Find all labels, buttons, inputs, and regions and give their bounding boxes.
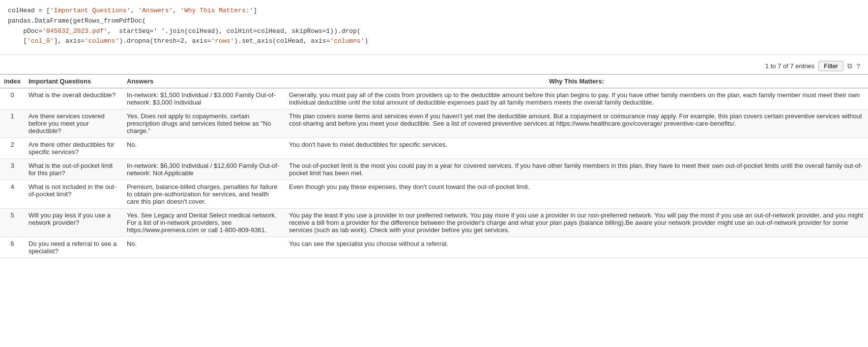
table-row: 6Do you need a referral to see a special…	[0, 237, 868, 258]
cell-index: 6	[0, 237, 25, 258]
cell-question: Are there other deductibles for specific…	[25, 138, 123, 159]
cell-index: 5	[0, 209, 25, 237]
copy-icon[interactable]: ⧉	[847, 62, 852, 70]
entries-info: 1 to 7 of 7 entries	[765, 62, 814, 70]
table-row: 4What is not included in the out-of-pock…	[0, 180, 868, 209]
table-row: 5Will you pay less if you use a network …	[0, 209, 868, 237]
help-icon[interactable]: ?	[856, 62, 860, 70]
table-header-row: index Important Questions Answers Why Th…	[0, 75, 868, 88]
cell-index: 4	[0, 180, 25, 209]
header-questions: Important Questions	[25, 75, 123, 88]
cell-question: Will you pay less if you use a network p…	[25, 209, 123, 237]
code-line-3: pDoc='045632_2023.pdf', startSeq=' '.joi…	[8, 27, 860, 37]
cell-why: The out-of-pocket limit is the most you …	[285, 159, 868, 180]
cell-why: You can see the specialist you choose wi…	[285, 237, 868, 258]
table-row: 3What is the out-of-pocket limit for thi…	[0, 159, 868, 180]
cell-question: Do you need a referral to see a speciali…	[25, 237, 123, 258]
cell-answer: Premium, balance-billed charges, penalti…	[123, 180, 285, 209]
cell-question: What is not included in the out-of-pocke…	[25, 180, 123, 209]
header-why: Why This Matters:	[285, 75, 868, 88]
cell-why: Even though you pay these expenses, they…	[285, 180, 868, 209]
cell-answer: Yes. Does not apply to copayments, certa…	[123, 109, 285, 138]
cell-answer: No.	[123, 138, 285, 159]
table-row: 1Are there services covered before you m…	[0, 109, 868, 138]
cell-answer: In-network: $6,300 Individual / $12,600 …	[123, 159, 285, 180]
table-controls: 1 to 7 of 7 entries Filter ⧉ ?	[0, 59, 868, 74]
cell-answer: Yes. See Legacy and Dental Select medica…	[123, 209, 285, 237]
table-row: 2Are there other deductibles for specifi…	[0, 138, 868, 159]
code-line-1: colHead = ['Important Questions', 'Answe…	[8, 6, 860, 16]
cell-question: Are there services covered before you me…	[25, 109, 123, 138]
code-line-4: ['col_0'], axis='columns').dropna(thresh…	[8, 36, 860, 47]
data-table: index Important Questions Answers Why Th…	[0, 74, 868, 258]
filter-button[interactable]: Filter	[818, 61, 843, 71]
cell-question: What is the out-of-pocket limit for this…	[25, 159, 123, 180]
cell-index: 2	[0, 138, 25, 159]
header-answers: Answers	[123, 75, 285, 88]
cell-why: You pay the least if you use a provider …	[285, 209, 868, 237]
table-section: 1 to 7 of 7 entries Filter ⧉ ? index Imp…	[0, 55, 868, 258]
cell-answer: In-network: $1,500 Individual / $3,000 F…	[123, 88, 285, 109]
cell-index: 1	[0, 109, 25, 138]
cell-index: 0	[0, 88, 25, 109]
cell-index: 3	[0, 159, 25, 180]
cell-question: What is the overall deductible?	[25, 88, 123, 109]
code-line-2: pandas.DataFrame(getRows_fromPdfDoc(	[8, 16, 860, 27]
cell-why: Generally, you must pay all of the costs…	[285, 88, 868, 109]
cell-why: This plan covers some items and services…	[285, 109, 868, 138]
code-block: colHead = ['Important Questions', 'Answe…	[0, 0, 868, 55]
cell-why: You don't have to meet deductibles for s…	[285, 138, 868, 159]
cell-answer: No.	[123, 237, 285, 258]
table-row: 0What is the overall deductible?In-netwo…	[0, 88, 868, 109]
header-index: index	[0, 75, 25, 88]
